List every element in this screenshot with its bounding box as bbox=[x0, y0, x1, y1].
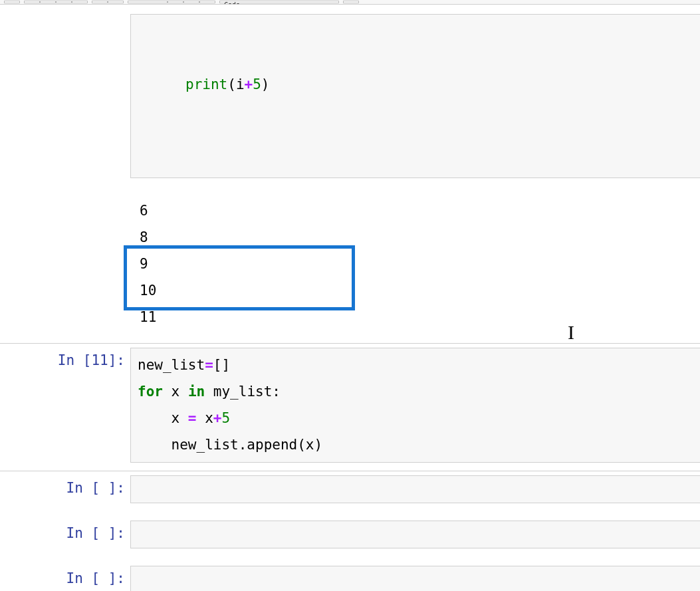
move-down-button[interactable] bbox=[108, 1, 124, 3]
command-palette-button[interactable] bbox=[343, 1, 359, 3]
notebook-area: print(i+5) 6 8 9 10 11 In [11]: new_list… bbox=[0, 5, 700, 591]
interrupt-button[interactable] bbox=[168, 1, 183, 3]
toolbar-group-run bbox=[92, 1, 124, 3]
save-button[interactable] bbox=[4, 1, 20, 3]
run-button[interactable] bbox=[128, 1, 168, 3]
input-prompt: In [ ]: bbox=[0, 566, 130, 591]
restart-run-all-button[interactable] bbox=[199, 1, 215, 3]
output-text: 6 8 9 10 11 bbox=[130, 194, 700, 334]
code-cell-empty[interactable]: In [ ]: bbox=[0, 517, 700, 552]
code-cell-11[interactable]: In [11]: new_list=[]for x in my_list: x … bbox=[0, 344, 700, 467]
code-input[interactable] bbox=[130, 521, 700, 548]
code-cell-empty[interactable]: In [ ]: bbox=[0, 562, 700, 591]
code-cell-empty[interactable]: In [ ]: bbox=[0, 471, 700, 507]
code-cell-partial[interactable]: print(i+5) bbox=[0, 10, 700, 182]
output-prompt bbox=[0, 194, 130, 334]
toolbar-group-cell bbox=[24, 1, 88, 3]
toolbar-group-exec bbox=[128, 1, 215, 3]
input-prompt: In [11]: bbox=[0, 348, 130, 463]
cell-output: 6 8 9 10 11 bbox=[0, 182, 700, 338]
restart-button[interactable] bbox=[183, 1, 199, 3]
celltype-select[interactable]: Code bbox=[219, 1, 339, 3]
paste-cell-button[interactable] bbox=[72, 1, 88, 3]
input-prompt: In [ ]: bbox=[0, 475, 130, 503]
toolbar: Code bbox=[0, 0, 700, 5]
cut-cell-button[interactable] bbox=[40, 1, 56, 3]
code-input[interactable]: new_list=[]for x in my_list: x = x+5 new… bbox=[130, 348, 700, 463]
input-prompt: In [ ]: bbox=[0, 521, 130, 548]
toolbar-group-cmd bbox=[343, 1, 359, 3]
code-input[interactable]: print(i+5) bbox=[130, 14, 700, 178]
toolbar-group-file bbox=[4, 1, 20, 3]
input-prompt bbox=[0, 14, 130, 178]
code-input[interactable] bbox=[130, 566, 700, 591]
code-input[interactable] bbox=[130, 475, 700, 503]
copy-cell-button[interactable] bbox=[56, 1, 72, 3]
insert-cell-button[interactable] bbox=[24, 1, 40, 3]
move-up-button[interactable] bbox=[92, 1, 108, 3]
